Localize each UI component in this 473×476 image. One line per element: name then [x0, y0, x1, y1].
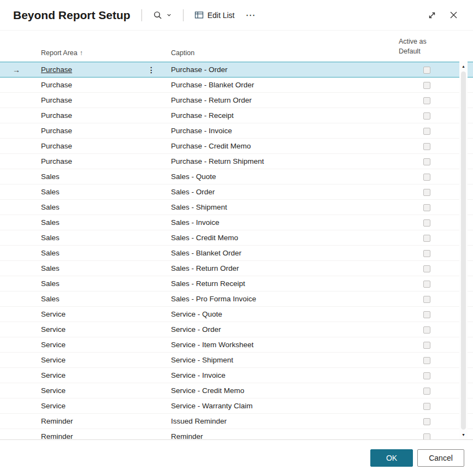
report-area-value[interactable]: Reminder: [41, 417, 73, 425]
report-area-cell: Purchase ⋮: [33, 111, 164, 120]
report-area-value[interactable]: Sales: [41, 264, 60, 272]
row-marker-cell: →: [0, 341, 33, 349]
active-default-checkbox[interactable]: [423, 204, 430, 211]
vertical-scrollbar[interactable]: ▲ ▼: [459, 62, 468, 439]
dialog-header: Beyond Report Setup Edit List ⋯: [0, 0, 473, 31]
table-row[interactable]: → Sales ⋮ Sales - Blanket Order: [0, 246, 473, 261]
report-area-value[interactable]: Purchase: [41, 127, 72, 135]
report-area-value[interactable]: Service: [41, 356, 66, 364]
caption-cell: Sales - Return Receipt: [164, 279, 391, 288]
active-default-checkbox[interactable]: [423, 219, 430, 227]
table-row[interactable]: → Service ⋮ Service - Credit Memo: [0, 383, 473, 398]
report-area-value[interactable]: Service: [41, 371, 66, 379]
active-default-checkbox[interactable]: [423, 128, 430, 135]
table-row[interactable]: → Sales ⋮ Sales - Pro Forma Invoice: [0, 291, 473, 307]
table-row[interactable]: → Service ⋮ Service - Invoice: [0, 368, 473, 383]
table-row[interactable]: → Purchase ⋮ Purchase - Receipt: [0, 108, 473, 123]
row-options-icon[interactable]: ⋮: [146, 66, 156, 74]
active-default-checkbox[interactable]: [423, 433, 430, 440]
table-row[interactable]: → Purchase ⋮ Purchase - Blanket Order: [0, 78, 473, 93]
close-icon: [450, 11, 458, 19]
active-default-checkbox[interactable]: [423, 372, 430, 379]
report-area-value[interactable]: Sales: [41, 249, 60, 257]
report-area-value[interactable]: Service: [41, 402, 66, 410]
more-options-button[interactable]: ⋯: [243, 8, 259, 22]
report-area-value[interactable]: Sales: [41, 172, 60, 181]
active-as-default-header-line1: Active as: [399, 37, 473, 47]
active-default-checkbox[interactable]: [423, 97, 430, 104]
report-area-value[interactable]: Purchase: [41, 96, 72, 104]
active-default-checkbox[interactable]: [423, 403, 430, 410]
table-row[interactable]: → Service ⋮ Service - Order: [0, 322, 473, 337]
close-button[interactable]: [445, 8, 462, 22]
active-default-checkbox[interactable]: [423, 67, 430, 74]
table-row[interactable]: → Purchase ⋮ Purchase - Return Shipment: [0, 154, 473, 169]
report-area-value[interactable]: Service: [41, 341, 66, 349]
active-as-default-header-line2: Default: [399, 46, 473, 57]
report-area-value[interactable]: Purchase: [41, 157, 72, 165]
report-area-value[interactable]: Purchase: [41, 81, 72, 89]
report-area-value[interactable]: Service: [41, 325, 66, 334]
report-area-value[interactable]: Reminder: [41, 432, 73, 440]
active-default-checkbox[interactable]: [423, 296, 430, 303]
table-row[interactable]: → Purchase ⋮ Purchase - Return Order: [0, 93, 473, 108]
table-row[interactable]: → Service ⋮ Service - Shipment: [0, 353, 473, 368]
active-default-checkbox[interactable]: [423, 174, 430, 181]
table-row[interactable]: → Reminder ⋮ Reminder: [0, 429, 473, 440]
edit-list-button[interactable]: Edit List: [191, 8, 238, 22]
search-button[interactable]: [150, 8, 175, 22]
active-default-checkbox[interactable]: [423, 342, 430, 349]
column-header-report-area[interactable]: Report Area ↑: [33, 49, 164, 57]
report-area-value[interactable]: Sales: [41, 203, 60, 211]
table-row[interactable]: → Service ⋮ Service - Warranty Claim: [0, 398, 473, 414]
active-default-checkbox[interactable]: [423, 265, 430, 272]
active-default-checkbox[interactable]: [423, 311, 430, 318]
active-default-checkbox[interactable]: [423, 326, 430, 334]
scroll-down-icon[interactable]: ▼: [462, 430, 465, 439]
report-area-value[interactable]: Sales: [41, 218, 60, 227]
maximize-button[interactable]: [423, 8, 441, 23]
table-row[interactable]: → Sales ⋮ Sales - Shipment: [0, 200, 473, 215]
active-default-checkbox[interactable]: [423, 418, 430, 425]
table-row[interactable]: → Sales ⋮ Sales - Credit Memo: [0, 230, 473, 246]
report-area-value[interactable]: Sales: [41, 188, 60, 196]
active-default-checkbox[interactable]: [423, 357, 430, 364]
table-row[interactable]: → Service ⋮ Service - Item Worksheet: [0, 337, 473, 353]
table-row[interactable]: → Reminder ⋮ Issued Reminder: [0, 414, 473, 429]
active-default-checkbox[interactable]: [423, 250, 430, 257]
table-row[interactable]: → Sales ⋮ Sales - Return Order: [0, 261, 473, 276]
report-area-value[interactable]: Sales: [41, 295, 60, 303]
active-default-checkbox[interactable]: [423, 388, 430, 395]
active-default-checkbox[interactable]: [423, 235, 430, 242]
table-row[interactable]: → Purchase ⋮ Purchase - Invoice: [0, 123, 473, 139]
table-row[interactable]: → Sales ⋮ Sales - Return Receipt: [0, 276, 473, 291]
scrollbar-thumb[interactable]: [461, 72, 466, 430]
ok-button[interactable]: OK: [370, 449, 413, 467]
column-header-active-as-default[interactable]: Active as Default: [391, 37, 473, 57]
table-row[interactable]: → Sales ⋮ Sales - Order: [0, 185, 473, 200]
table-row[interactable]: → Sales ⋮ Sales - Quote: [0, 169, 473, 185]
table-row[interactable]: → Purchase ⋮ Purchase - Credit Memo: [0, 139, 473, 154]
active-default-checkbox[interactable]: [423, 281, 430, 288]
report-area-value[interactable]: Sales: [41, 279, 60, 288]
cancel-button[interactable]: Cancel: [417, 449, 464, 467]
active-default-checkbox[interactable]: [423, 112, 430, 120]
report-area-value[interactable]: Purchase: [41, 142, 72, 150]
row-marker-cell: →: [0, 172, 33, 181]
scroll-up-icon[interactable]: ▲: [462, 62, 465, 71]
row-marker-cell: →: [0, 295, 33, 304]
table-row[interactable]: → Purchase ⋮ Purchase - Order: [0, 62, 473, 78]
active-default-checkbox[interactable]: [423, 189, 430, 196]
table-row[interactable]: → Service ⋮ Service - Quote: [0, 307, 473, 322]
report-area-value[interactable]: Sales: [41, 234, 60, 242]
report-area-value[interactable]: Service: [41, 310, 66, 318]
column-header-caption[interactable]: Caption: [164, 49, 391, 57]
report-area-value[interactable]: Purchase: [41, 66, 72, 74]
report-area-cell: Sales ⋮: [33, 279, 164, 288]
report-area-value[interactable]: Purchase: [41, 111, 72, 120]
active-default-checkbox[interactable]: [423, 143, 430, 150]
active-default-checkbox[interactable]: [423, 82, 430, 89]
report-area-value[interactable]: Service: [41, 386, 66, 395]
table-row[interactable]: → Sales ⋮ Sales - Invoice: [0, 215, 473, 230]
active-default-checkbox[interactable]: [423, 158, 430, 165]
